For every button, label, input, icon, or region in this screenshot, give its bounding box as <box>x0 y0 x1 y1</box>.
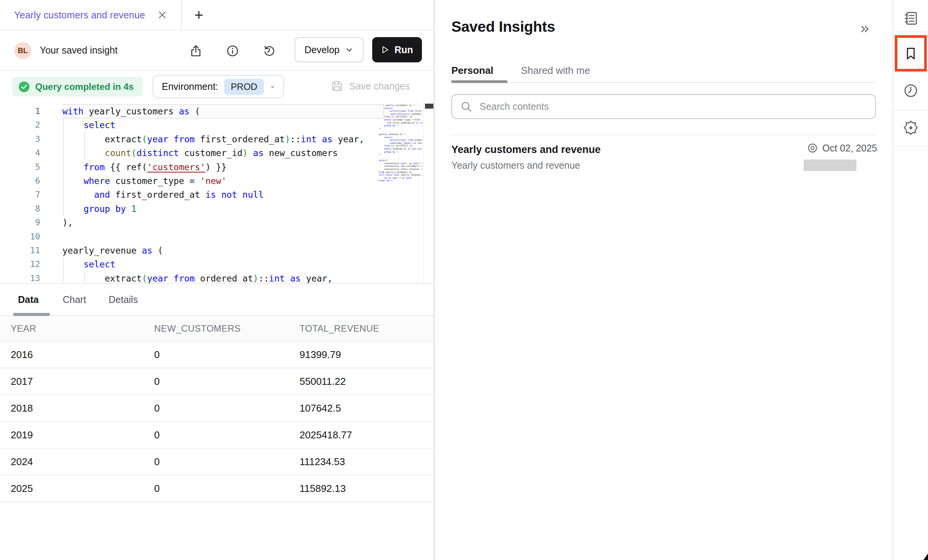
environment-label: Environment: <box>162 81 218 92</box>
table-row[interactable]: 20240111234.53 <box>0 449 433 475</box>
column-header-year: YEAR <box>11 316 36 341</box>
scrollbar-thumb[interactable] <box>425 104 433 109</box>
save-changes-button[interactable]: Save changes <box>331 71 410 101</box>
query-status-badge: Query completed in 4s <box>12 77 143 96</box>
code-line[interactable]: select <box>62 257 386 271</box>
column-header-new-customers: NEW_CUSTOMERS <box>154 316 241 341</box>
search-box <box>451 94 876 119</box>
environment-dropdown[interactable]: Environment: PROD <box>153 75 284 98</box>
info-icon[interactable] <box>225 44 240 58</box>
table-row[interactable]: 20180107642.5 <box>0 395 433 422</box>
insight-list-item[interactable]: Yearly customers and revenue Yearly cust… <box>436 138 892 178</box>
code-line[interactable]: where customer_type = 'new' <box>62 174 386 188</box>
search-input[interactable] <box>480 101 868 112</box>
chevron-down-icon <box>270 83 275 91</box>
clock-icon[interactable] <box>893 79 928 102</box>
code-line[interactable]: group by 1 <box>62 202 386 216</box>
table-cell: 115892.13 <box>300 475 346 501</box>
environment-value-badge: PROD <box>224 79 264 95</box>
toolbar: BL Your saved insight Develop Run <box>0 31 433 71</box>
line-number: 7 <box>0 188 40 202</box>
tab-yearly-customers-and-revenue[interactable]: Yearly customers and revenue <box>0 0 167 30</box>
develop-dropdown[interactable]: Develop <box>295 37 364 62</box>
code-line[interactable]: from {{ ref('customers') }} <box>62 160 386 174</box>
table-body: 2016091399.7920170550011.2220180107642.5… <box>0 342 433 502</box>
tab-shared-with-me[interactable]: Shared with me <box>521 58 590 83</box>
avatar: BL <box>14 42 31 59</box>
tab-track <box>451 82 876 83</box>
table-cell: 0 <box>154 342 160 368</box>
divider <box>451 135 876 135</box>
line-number: 4 <box>0 146 40 160</box>
column-header-total-revenue: TOTAL_REVENUE <box>300 316 379 341</box>
active-tab-indicator <box>451 80 507 83</box>
results-tab-bar: Data Chart Details <box>0 284 433 316</box>
table-cell: 2017 <box>11 368 33 394</box>
save-icon <box>331 80 343 92</box>
line-number: 1 <box>0 104 40 118</box>
tab-personal[interactable]: Personal <box>451 58 493 83</box>
divider <box>893 146 928 147</box>
code-line[interactable]: extract(year from ordered_at)::int as ye… <box>62 272 386 284</box>
workspace-pane: Yearly customers and revenue + BL Your s… <box>0 0 435 560</box>
table-cell: 0 <box>154 475 160 501</box>
insight-subtitle: Yearly customers and revenue <box>451 160 580 171</box>
share-icon[interactable] <box>189 44 203 58</box>
active-tab-indicator <box>13 313 50 316</box>
collapse-panel-icon[interactable] <box>857 21 873 37</box>
insight-ownership-label: Your saved insight <box>40 31 117 70</box>
code-line[interactable]: count(distinct customer_id) as new_custo… <box>62 146 386 160</box>
table-cell: 2024 <box>11 449 33 475</box>
panel-title: Saved Insights <box>451 18 555 35</box>
status-row: Query completed in 4s Environment: PROD … <box>0 71 433 101</box>
code-line[interactable]: extract(year from first_ordered_at)::int… <box>62 132 386 146</box>
line-number: 13 <box>0 272 40 284</box>
search-icon <box>460 100 473 113</box>
run-button[interactable]: Run <box>372 37 422 62</box>
table-cell: 0 <box>154 422 160 448</box>
tab-details[interactable]: Details <box>109 284 138 315</box>
tab-divider <box>181 0 182 30</box>
divider <box>893 109 928 110</box>
code-line[interactable] <box>62 230 386 244</box>
table-cell: 91399.79 <box>300 342 341 368</box>
table-row[interactable]: 201902025418.77 <box>0 422 433 449</box>
code-line[interactable]: with yearly_customers as ( <box>62 104 386 118</box>
bookmark-icon-active[interactable] <box>895 35 927 72</box>
table-cell: 0 <box>154 449 160 475</box>
sql-editor: 12345678910111213 with yearly_customers … <box>0 101 433 284</box>
divider <box>893 72 928 73</box>
dbt-logo-icon[interactable] <box>893 116 928 139</box>
tab-title: Yearly customers and revenue <box>14 10 145 21</box>
notebook-icon[interactable] <box>893 7 928 30</box>
table-row[interactable]: 20250115892.13 <box>0 475 433 502</box>
close-icon[interactable] <box>157 10 167 20</box>
editor-code-area[interactable]: with yearly_customers as ( select extrac… <box>62 101 386 284</box>
insight-date: Oct 02, 2025 <box>822 143 877 154</box>
line-number: 5 <box>0 160 40 174</box>
query-status-text: Query completed in 4s <box>35 81 134 92</box>
history-icon[interactable] <box>262 44 277 58</box>
table-cell: 107642.5 <box>300 395 341 421</box>
editor-gutter: 12345678910111213 <box>0 101 40 284</box>
table-row[interactable]: 20170550011.22 <box>0 368 433 395</box>
code-line[interactable]: yearly_revenue as ( <box>62 244 386 257</box>
table-cell: 2019 <box>11 422 33 448</box>
table-cell: 111234.53 <box>300 449 345 475</box>
code-line[interactable]: ), <box>62 216 386 230</box>
table-cell: 2018 <box>11 395 33 421</box>
table-cell: 550011.22 <box>300 368 346 394</box>
new-tab-button[interactable]: + <box>188 0 210 30</box>
right-icon-rail <box>892 0 928 560</box>
code-line[interactable]: and first_ordered_at is not null <box>62 188 386 202</box>
table-row[interactable]: 2016091399.79 <box>0 342 433 368</box>
chevron-down-icon <box>345 45 354 54</box>
editor-scrollbar[interactable] <box>423 101 433 283</box>
code-line[interactable]: select <box>62 118 386 132</box>
line-number: 11 <box>0 244 40 257</box>
tab-data[interactable]: Data <box>18 284 39 315</box>
tab-chart[interactable]: Chart <box>63 284 86 315</box>
app-window: Yearly customers and revenue + BL Your s… <box>0 0 928 560</box>
run-label: Run <box>394 44 413 55</box>
table-cell: 2025 <box>11 475 33 501</box>
